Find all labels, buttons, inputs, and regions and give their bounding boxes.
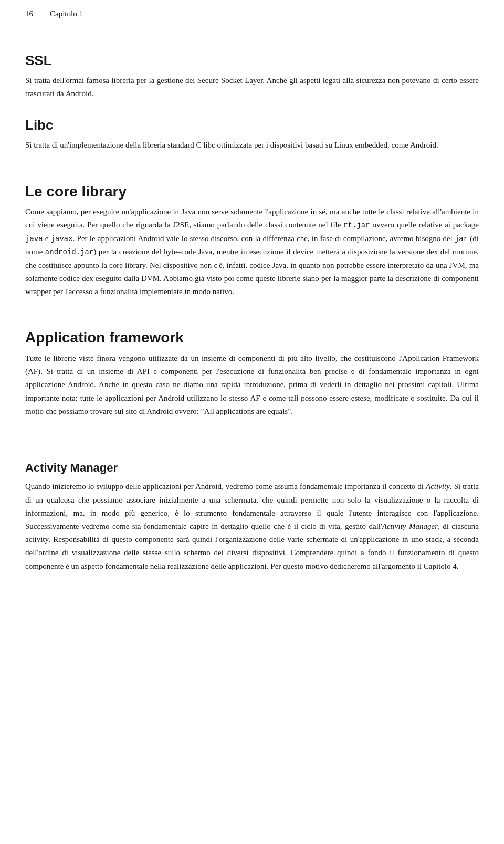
ssl-title: SSL — [25, 53, 479, 69]
ssl-paragraph: Si tratta dell'ormai famosa libreria per… — [25, 74, 479, 100]
activity-manager-italic: Activity Manager — [382, 522, 438, 530]
core-library-title: Le core library — [25, 183, 479, 201]
jar-code: jar — [455, 235, 468, 243]
spacer-3 — [25, 426, 479, 442]
page: 16 Capitolo 1 SSL Si tratta dell'ormai f… — [0, 0, 504, 844]
javax-code: javax — [51, 235, 73, 243]
application-framework-title: Application framework — [25, 329, 479, 347]
java-code: java — [25, 235, 43, 243]
android-jar-code: android.jar — [45, 248, 93, 256]
activity-manager-section: Activity Manager Quando inizieremo lo sv… — [25, 461, 479, 573]
application-framework-paragraph: Tutte le librerie viste finora vengono u… — [25, 352, 479, 418]
activity-manager-paragraph: Quando inizieremo lo sviluppo delle appl… — [25, 480, 479, 572]
ssl-section: SSL Si tratta dell'ormai famosa libreria… — [25, 53, 479, 100]
activity-manager-title: Activity Manager — [25, 461, 479, 475]
page-header: 16 Capitolo 1 — [0, 0, 504, 26]
spacer-2 — [25, 307, 479, 322]
libc-section: Libc Si tratta di un'implementazione del… — [25, 117, 479, 152]
core-library-paragraph: Come sappiamo, per eseguire un'applicazi… — [25, 205, 479, 298]
page-content: SSL Si tratta dell'ormai famosa libreria… — [0, 26, 504, 607]
page-number: 16 — [25, 9, 33, 18]
application-framework-section: Application framework Tutte le librerie … — [25, 329, 479, 418]
core-library-section: Le core library Come sappiamo, per esegu… — [25, 183, 479, 299]
chapter-title: Capitolo 1 — [50, 9, 83, 18]
rt-jar-code: rt.jar — [343, 221, 370, 230]
spacer-1 — [25, 161, 479, 176]
libc-paragraph: Si tratta di un'implementazione della li… — [25, 139, 479, 152]
activity-italic: Activity — [426, 482, 450, 491]
libc-title: Libc — [25, 117, 479, 133]
